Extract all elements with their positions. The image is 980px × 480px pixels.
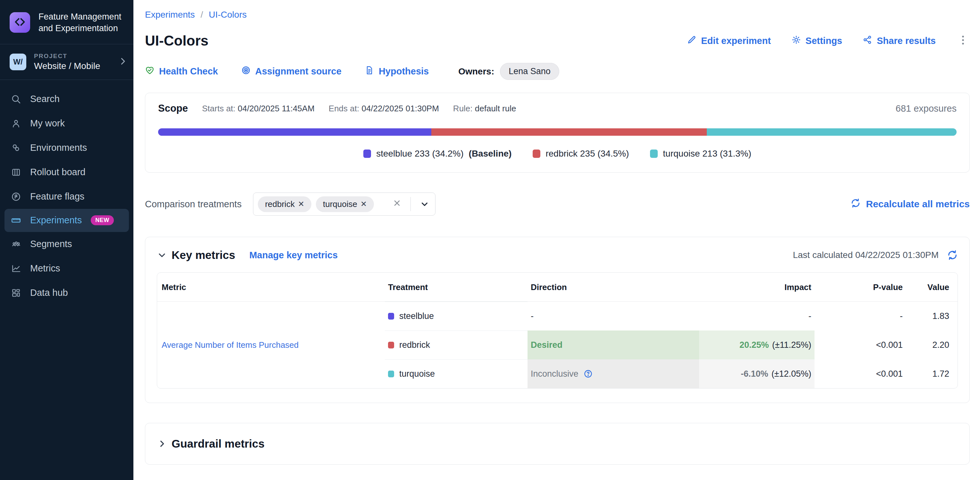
comparison-row: Comparison treatments redbrick ✕ turquoi… (145, 193, 970, 215)
header-actions: Edit experiment Settings Share results (687, 35, 970, 47)
remove-chip-icon[interactable]: ✕ (360, 199, 367, 209)
chip-turquoise[interactable]: turquoise ✕ (316, 196, 374, 212)
question-circle-icon[interactable] (584, 369, 593, 378)
chip-redbrick[interactable]: redbrick ✕ (258, 196, 311, 212)
refresh-icon[interactable] (947, 250, 958, 260)
remove-chip-icon[interactable]: ✕ (298, 199, 304, 209)
sidebar-item-feature-flags[interactable]: Feature flags (0, 185, 134, 209)
value-cell: 2.20 (906, 330, 958, 359)
owner-chip[interactable]: Lena Sano (500, 63, 559, 80)
metric-link[interactable]: Average Number of Items Purchased (162, 340, 299, 350)
breadcrumb-separator: / (200, 10, 203, 19)
steelblue-swatch (363, 150, 371, 158)
treatment-name: turquoise (399, 369, 435, 379)
health-check-link[interactable]: Health Check (145, 65, 218, 77)
recalculate-label: Recalculate all metrics (866, 199, 970, 209)
sidebar: Feature Management and Experimentation W… (0, 0, 134, 480)
key-metrics-last-calculated: Last calculated 04/22/2025 01:30PM (793, 250, 958, 260)
breadcrumb-experiments[interactable]: Experiments (145, 10, 195, 19)
key-metrics-card: Key metrics Manage key metrics Last calc… (145, 237, 970, 403)
comparison-treatments-select[interactable]: redbrick ✕ turquoise ✕ (253, 193, 436, 215)
sidebar-item-search[interactable]: Search (0, 87, 134, 111)
more-options-button[interactable] (956, 35, 970, 47)
sidebar-item-my-work[interactable]: My work (0, 111, 134, 136)
user-icon (11, 118, 21, 129)
guardrail-metrics-title: Guardrail metrics (172, 437, 264, 450)
recalculate-all-metrics-button[interactable]: Recalculate all metrics (850, 198, 970, 210)
share-results-button[interactable]: Share results (862, 35, 936, 47)
chip-label: turquoise (323, 199, 357, 209)
assignment-source-label: Assignment source (255, 66, 342, 77)
main-content: Experiments / UI-Colors UI-Colors Edit e… (134, 0, 980, 480)
sidebar-item-label: Rollout board (30, 167, 86, 177)
col-direction: Direction (528, 273, 699, 301)
impact-pct: -6.10% (741, 369, 768, 379)
new-badge: NEW (91, 215, 114, 225)
col-treatment: Treatment (385, 273, 528, 301)
manage-key-metrics-link[interactable]: Manage key metrics (249, 250, 338, 260)
impact-cell: -6.10% (±12.05%) (699, 359, 815, 388)
share-results-label: Share results (877, 36, 936, 46)
settings-button[interactable]: Settings (791, 35, 842, 47)
document-icon (364, 65, 374, 77)
project-switcher[interactable]: W/ PROJECT Website / Mobile (0, 44, 134, 80)
edit-experiment-label: Edit experiment (701, 36, 771, 46)
scope-title: Scope (158, 103, 188, 114)
treatment-cell-turquoise: turquoise (385, 359, 528, 388)
people-icon (11, 239, 21, 249)
clear-all-icon[interactable] (393, 199, 401, 210)
turquoise-swatch (388, 371, 394, 377)
chevron-right-icon (118, 56, 127, 67)
sidebar-item-rollout-board[interactable]: Rollout board (0, 160, 134, 185)
edit-experiment-button[interactable]: Edit experiment (687, 35, 771, 47)
value-cell: 1.83 (906, 301, 958, 330)
project-name: Website / Mobile (34, 61, 100, 71)
select-divider (410, 197, 411, 211)
last-calculated-label: Last calculated 04/22/2025 01:30PM (793, 250, 939, 260)
legend-label: redbrick 235 (34.5%) (546, 148, 629, 159)
hypothesis-link[interactable]: Hypothesis (364, 65, 429, 77)
distribution-segment-turquoise (707, 128, 956, 136)
value-cell: 1.72 (906, 359, 958, 388)
treatment-cell-redbrick: redbrick (385, 330, 528, 359)
sidebar-item-experiments[interactable]: Experiments NEW (5, 209, 129, 232)
chevron-down-icon[interactable] (420, 199, 430, 209)
distribution-segment-redbrick (431, 128, 707, 136)
legend-label: steelblue 233 (34.2%) (376, 148, 463, 159)
app-root: Feature Management and Experimentation W… (0, 0, 980, 480)
baseline-label: (Baseline) (469, 148, 512, 159)
sidebar-item-label: My work (30, 118, 65, 129)
refresh-icon (850, 198, 861, 210)
sidebar-item-label: Data hub (30, 287, 68, 298)
expand-chevron-icon[interactable] (157, 439, 167, 449)
sidebar-item-data-hub[interactable]: Data hub (0, 281, 134, 305)
col-pvalue: P-value (815, 273, 906, 301)
health-check-icon (145, 65, 154, 77)
flag-icon (11, 191, 21, 202)
app-header: Feature Management and Experimentation (0, 0, 134, 44)
app-logo-icon (10, 12, 30, 33)
ruler-icon (11, 215, 21, 226)
owners-label: Owners: (458, 66, 494, 77)
sidebar-item-segments[interactable]: Segments (0, 232, 134, 256)
treatment-distribution-bar (158, 128, 956, 136)
breadcrumb-current[interactable]: UI-Colors (209, 10, 247, 19)
page-title: UI-Colors (145, 33, 208, 49)
turquoise-swatch (650, 150, 658, 158)
col-metric: Metric (157, 273, 385, 301)
project-badge: W/ (10, 54, 26, 70)
sidebar-item-metrics[interactable]: Metrics (0, 256, 134, 281)
collapse-chevron-icon[interactable] (157, 250, 167, 260)
sidebar-item-environments[interactable]: Environments (0, 136, 134, 160)
assignment-source-link[interactable]: Assignment source (241, 65, 342, 77)
table-header-row: Metric Treatment Direction Impact P-valu… (157, 273, 958, 301)
hexagons-icon (11, 143, 21, 153)
steelblue-swatch (388, 313, 394, 320)
sidebar-item-label: Segments (30, 239, 72, 249)
legend-item-redbrick: redbrick 235 (34.5%) (533, 148, 629, 159)
impact-pct: 20.25% (740, 340, 769, 350)
search-icon (11, 94, 21, 104)
metric-cell: Average Number of Items Purchased (157, 301, 385, 388)
scope-rule: Rule: default rule (453, 104, 516, 113)
key-metrics-table: Metric Treatment Direction Impact P-valu… (157, 273, 958, 389)
